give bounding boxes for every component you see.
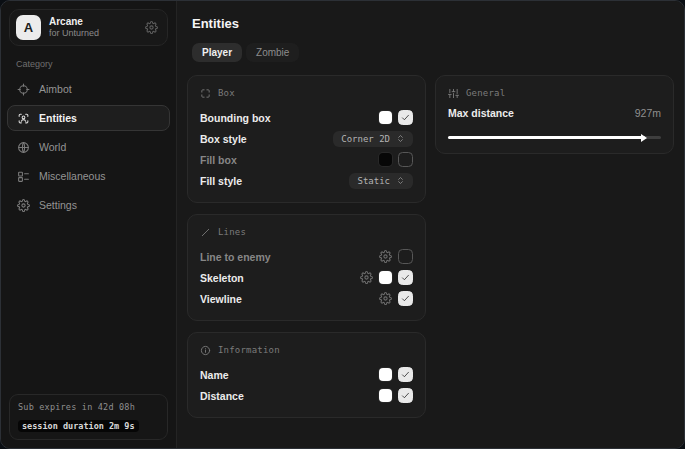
sidebar-item-aimbot[interactable]: Aimbot	[7, 76, 170, 102]
page-title: Entities	[192, 16, 674, 31]
tab-zombie[interactable]: Zombie	[246, 43, 299, 62]
subscription-status: Sub expires in 42d 08h session duration …	[9, 394, 168, 440]
max-distance-row: Max distance 927m	[448, 107, 661, 125]
bounding-box-controls	[379, 110, 413, 125]
gear-icon[interactable]	[360, 271, 373, 284]
main-panel: Entities Player Zombie Box Bounding box	[177, 1, 684, 448]
name-checkbox[interactable]	[398, 367, 413, 382]
box-frame-icon	[200, 88, 211, 99]
sidebar-item-label: Settings	[39, 199, 77, 211]
viewline-row: Viewline	[200, 288, 413, 309]
sidebar-item-label: Aimbot	[39, 83, 72, 95]
app-header: A Arcane for Unturned	[9, 9, 168, 46]
sub-expiry-text: Sub expires in 42d 08h	[18, 402, 159, 412]
crosshair-icon	[17, 83, 30, 96]
category-label: Category	[16, 59, 176, 69]
globe-icon	[17, 141, 30, 154]
app-subtitle: for Unturned	[49, 28, 99, 39]
slider-thumb[interactable]	[641, 134, 647, 142]
max-distance-slider[interactable]	[448, 133, 661, 142]
content-columns: Box Bounding box Box style	[187, 75, 674, 418]
line-to-enemy-label: Line to enemy	[200, 251, 271, 263]
box-style-dropdown[interactable]: Corner 2D	[333, 131, 413, 147]
sidebar-item-entities[interactable]: Entities	[7, 105, 170, 131]
slider-fill	[448, 136, 645, 139]
color-swatch[interactable]	[379, 271, 392, 284]
distance-row: Distance	[200, 385, 413, 406]
bounding-box-label: Bounding box	[200, 112, 271, 124]
sidebar-item-settings[interactable]: Settings	[7, 192, 170, 218]
max-distance-label: Max distance	[448, 107, 514, 119]
information-card-header: Information	[200, 343, 413, 357]
sidebar-item-world[interactable]: World	[7, 134, 170, 160]
box-style-label: Box style	[200, 133, 247, 145]
bounding-box-checkbox[interactable]	[398, 110, 413, 125]
color-swatch[interactable]	[379, 153, 392, 166]
general-card: General Max distance 927m	[435, 75, 674, 154]
check-icon	[401, 113, 410, 122]
information-card: Information Name Distance	[187, 332, 426, 418]
box-style-value: Corner 2D	[341, 134, 390, 144]
sidebar-item-miscellaneous[interactable]: Miscellaneous	[7, 163, 170, 189]
skeleton-controls	[360, 270, 413, 285]
app-window: A Arcane for Unturned Category Aimbot	[0, 0, 685, 449]
gear-icon[interactable]	[379, 250, 392, 263]
check-icon	[401, 370, 410, 379]
distance-label: Distance	[200, 390, 244, 402]
distance-checkbox[interactable]	[398, 388, 413, 403]
skeleton-checkbox[interactable]	[398, 270, 413, 285]
sliders-icon	[448, 88, 459, 99]
color-swatch[interactable]	[379, 111, 392, 124]
color-swatch[interactable]	[379, 368, 392, 381]
screen: A Arcane for Unturned Category Aimbot	[0, 0, 685, 449]
name-row: Name	[200, 364, 413, 385]
general-card-title: General	[466, 88, 505, 98]
box-card-header: Box	[200, 86, 413, 100]
max-distance-value: 927m	[635, 107, 661, 119]
app-logo: A	[16, 15, 41, 40]
name-controls	[379, 367, 413, 382]
entity-tabs: Player Zombie	[192, 43, 674, 62]
sidebar-nav: Aimbot Entities World Miscellaneous	[1, 76, 176, 218]
fill-style-label: Fill style	[200, 175, 242, 187]
app-meta: Arcane for Unturned	[49, 16, 99, 40]
header-gear-icon[interactable]	[145, 21, 158, 34]
fill-box-checkbox[interactable]	[398, 152, 413, 167]
unfold-icon	[396, 176, 405, 185]
bounding-box-row: Bounding box	[200, 107, 413, 128]
skeleton-row: Skeleton	[200, 267, 413, 288]
sidebar-item-label: World	[39, 141, 66, 153]
information-card-title: Information	[218, 345, 280, 355]
line-to-enemy-checkbox[interactable]	[398, 249, 413, 264]
lines-card-title: Lines	[218, 227, 246, 237]
name-label: Name	[200, 369, 229, 381]
right-column: General Max distance 927m	[435, 75, 674, 154]
app-name: Arcane	[49, 16, 99, 29]
box-style-controls: Corner 2D	[333, 131, 413, 147]
sidebar-item-label: Entities	[39, 112, 77, 124]
lines-card-header: Lines	[200, 225, 413, 239]
viewline-controls	[379, 291, 413, 306]
box-card-title: Box	[218, 88, 235, 98]
box-style-row: Box style Corner 2D	[200, 128, 413, 149]
viewline-checkbox[interactable]	[398, 291, 413, 306]
fill-style-controls: Static	[349, 173, 413, 189]
check-icon	[401, 391, 410, 400]
info-icon	[200, 345, 211, 356]
color-swatch[interactable]	[379, 389, 392, 402]
fill-box-row: Fill box	[200, 149, 413, 170]
box-card: Box Bounding box Box style	[187, 75, 426, 203]
tab-player[interactable]: Player	[192, 43, 242, 62]
unfold-icon	[396, 134, 405, 143]
grid-icon	[17, 170, 30, 183]
left-column: Box Bounding box Box style	[187, 75, 426, 418]
fill-style-value: Static	[357, 176, 390, 186]
check-icon	[401, 294, 410, 303]
fill-style-row: Fill style Static	[200, 170, 413, 191]
slider-track	[448, 136, 661, 139]
general-card-header: General	[448, 86, 661, 100]
fill-style-dropdown[interactable]: Static	[349, 173, 413, 189]
gear-icon[interactable]	[379, 292, 392, 305]
scan-person-icon	[17, 112, 30, 125]
viewline-label: Viewline	[200, 293, 242, 305]
